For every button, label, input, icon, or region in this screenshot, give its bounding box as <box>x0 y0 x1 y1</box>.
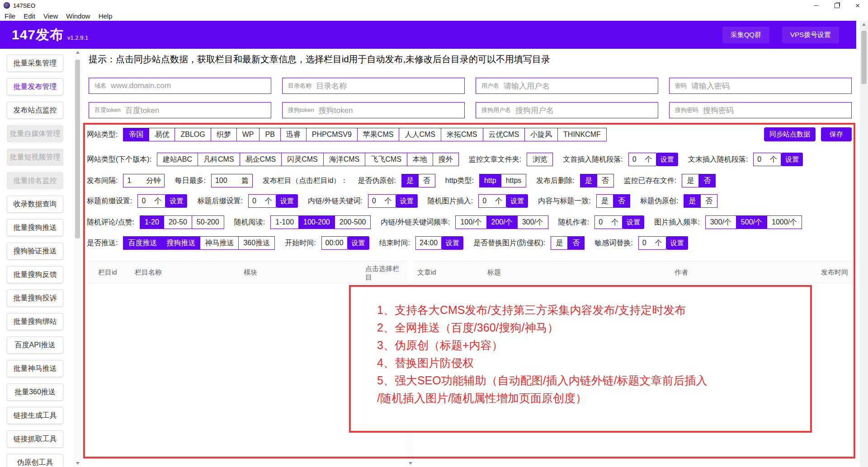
sidebar-item[interactable]: 批量搜狗反馈 <box>7 266 63 283</box>
toggle-option[interactable]: 否 <box>613 195 630 207</box>
site-type-tab[interactable]: 飞飞CMS <box>365 153 407 166</box>
minimize-button[interactable] <box>806 0 826 11</box>
site-type-tab[interactable]: 本地 <box>407 153 433 166</box>
site-type-tab[interactable]: 迅睿 <box>280 128 306 141</box>
maximize-button[interactable] <box>826 0 847 11</box>
toggle-option[interactable]: 是 <box>597 195 613 207</box>
toggle-option[interactable]: 1000/个 <box>767 216 802 229</box>
sidebar-item[interactable]: 批量神马推送 <box>7 360 63 377</box>
set-button[interactable]: 设置 <box>348 236 369 250</box>
toggle-option[interactable]: 否 <box>597 174 613 187</box>
text-field[interactable]: 用户名 请输入用户名 <box>476 78 658 94</box>
toggle-option[interactable]: 200-500 <box>335 216 371 229</box>
scroll-down-icon[interactable] <box>76 462 80 465</box>
close-button[interactable]: × <box>847 0 868 11</box>
site-type-tab[interactable]: 凡科CMS <box>198 153 240 166</box>
sidebar-item[interactable]: 批量发布管理 <box>7 78 63 95</box>
value-input[interactable]: 0个 <box>638 236 666 250</box>
sidebar-item[interactable]: 批量360推送 <box>7 383 63 401</box>
site-type-tab[interactable]: THINKCMF <box>557 128 606 141</box>
site-type-tab[interactable]: 搜外 <box>433 153 458 166</box>
text-field[interactable]: 目录名称 目录名称 <box>282 78 465 94</box>
toggle-option[interactable]: 360推送 <box>238 237 274 249</box>
toggle-option[interactable]: 是 <box>580 174 597 187</box>
value-input[interactable]: 0个 <box>248 194 276 208</box>
value-input[interactable]: 00:00 <box>321 236 348 250</box>
site-type-tab[interactable]: 易企CMS <box>240 153 282 166</box>
text-field[interactable]: 搜狗token 搜狗token <box>282 102 465 118</box>
menu-item[interactable]: File <box>5 12 15 20</box>
sidebar-item[interactable]: 批量搜狗推送 <box>7 219 63 236</box>
toggle-option[interactable]: https <box>501 174 526 187</box>
toggle-option[interactable]: 否 <box>418 174 435 187</box>
text-field[interactable]: 搜狗密码 搜狗密码 <box>669 102 852 118</box>
menu-item[interactable]: Help <box>99 12 113 20</box>
value-input[interactable]: 0个 <box>594 215 623 229</box>
scroll-up-icon[interactable] <box>76 51 80 54</box>
toggle-option[interactable]: 是 <box>682 174 698 187</box>
set-button[interactable]: 设置 <box>165 194 187 208</box>
set-button[interactable]: 设置 <box>396 194 418 208</box>
set-button[interactable]: 设置 <box>623 215 644 229</box>
sidebar-item[interactable]: 收录数据查询 <box>7 196 63 213</box>
text-field[interactable]: 密码 请输入密码 <box>669 78 852 94</box>
value-input[interactable]: 0个 <box>628 153 656 166</box>
main-scrollbar[interactable] <box>860 21 868 467</box>
sidebar-item[interactable]: 批量搜狗投诉 <box>7 290 63 307</box>
text-field[interactable]: 百度token 百度token <box>89 102 271 118</box>
site-type-tab[interactable]: ZBLOG <box>175 128 210 141</box>
set-button[interactable]: 设置 <box>506 194 528 208</box>
toggle-option[interactable]: 否 <box>698 174 715 187</box>
toggle-option[interactable]: 300/个 <box>517 216 548 229</box>
site-type-tab[interactable]: 米拓CMS <box>441 128 483 141</box>
set-button[interactable]: 设置 <box>442 236 463 250</box>
site-type-tab[interactable]: 织梦 <box>211 128 236 141</box>
toggle-option[interactable]: 1-20 <box>140 216 164 229</box>
site-type-tab[interactable]: 帝国 <box>123 128 149 141</box>
toggle-option[interactable]: 百度推送 <box>123 237 161 249</box>
browse-button[interactable]: 浏览 <box>527 153 553 166</box>
toggle-option[interactable]: 200/个 <box>486 216 517 229</box>
toggle-option[interactable]: 1-100 <box>271 216 298 229</box>
site-type-tab[interactable]: PHPCMSV9 <box>306 128 357 141</box>
sidebar-item[interactable]: 链接抓取工具 <box>7 430 63 448</box>
menu-item[interactable]: Window <box>66 12 90 20</box>
value-input[interactable]: 0个 <box>368 194 396 208</box>
site-type-tab[interactable]: PB <box>259 128 280 141</box>
site-type-tab[interactable]: 闪灵CMS <box>281 153 323 166</box>
text-field[interactable]: 域名 www.domain.com <box>89 78 271 94</box>
menu-item[interactable]: View <box>43 12 58 20</box>
toggle-option[interactable]: 20-50 <box>164 216 192 229</box>
value-input[interactable]: 0个 <box>478 194 506 208</box>
header-action-button[interactable]: VPS拨号设置 <box>782 27 839 43</box>
toggle-option[interactable]: 神马推送 <box>200 237 238 249</box>
site-type-tab[interactable]: 小旋风 <box>524 128 557 141</box>
sidebar-scrollbar[interactable] <box>74 49 81 467</box>
scroll-down-icon[interactable] <box>409 462 412 465</box>
toggle-option[interactable]: 500/个 <box>736 216 767 229</box>
set-button[interactable]: 设置 <box>666 236 688 250</box>
toggle-option[interactable]: 50-200 <box>192 216 224 229</box>
menu-item[interactable]: Edit <box>24 12 35 20</box>
toggle-option[interactable]: 是 <box>551 237 567 249</box>
toggle-option[interactable]: 100-200 <box>298 216 335 229</box>
value-input[interactable]: 0个 <box>137 194 165 208</box>
site-type-tab[interactable]: 云优CMS <box>483 128 525 141</box>
header-action-button[interactable]: 采集QQ群 <box>722 27 769 43</box>
value-input[interactable]: 1分钟 <box>123 174 165 187</box>
value-input[interactable]: 0个 <box>753 153 781 166</box>
scroll-up-icon[interactable] <box>862 23 866 26</box>
sidebar-item[interactable]: 搜狗验证推送 <box>7 243 63 260</box>
set-button[interactable]: 设置 <box>656 153 678 166</box>
toggle-option[interactable]: 搜狗推送 <box>161 237 200 249</box>
set-button[interactable]: 设置 <box>276 194 298 208</box>
scrollbar-thumb[interactable] <box>75 60 80 238</box>
toggle-option[interactable]: http <box>480 174 501 187</box>
site-type-tab[interactable]: 建站ABC <box>157 153 198 166</box>
sidebar-item[interactable]: 批量采集管理 <box>7 55 63 72</box>
scrollbar-thumb[interactable] <box>861 31 867 84</box>
toggle-option[interactable]: 300/个 <box>706 216 736 229</box>
toggle-option[interactable]: 100/个 <box>456 216 486 229</box>
value-input[interactable]: 24:00 <box>415 236 442 250</box>
value-input[interactable]: 100篇 <box>211 174 253 187</box>
